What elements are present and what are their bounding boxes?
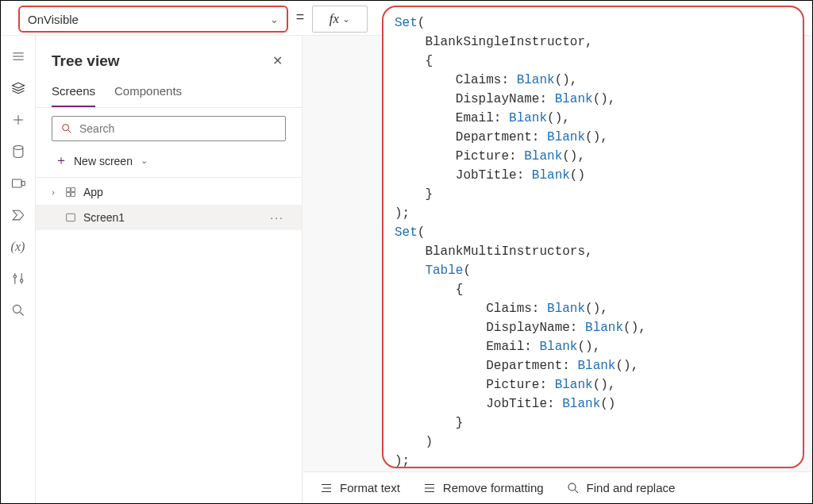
variable-icon: (x) [11, 240, 25, 254]
remove-formatting-label: Remove formatting [443, 481, 544, 494]
tree-view-panel: Tree view ✕ Screens Components ＋ New scr… [36, 36, 302, 503]
svg-point-5 [13, 146, 23, 150]
tree-item-label: App [83, 186, 103, 198]
property-selector[interactable]: OnVisible ⌄ [18, 6, 288, 33]
svg-point-12 [13, 305, 21, 313]
svg-rect-7 [21, 182, 25, 186]
svg-rect-18 [67, 193, 71, 197]
search-icon [566, 481, 580, 495]
find-replace-label: Find and replace [587, 481, 676, 494]
app-icon [64, 186, 77, 198]
media-button[interactable] [2, 169, 34, 198]
formula-code[interactable]: Set( BlankSingleInstructor, { Claims: Bl… [395, 13, 787, 468]
new-screen-button[interactable]: ＋ New screen ⌄ [36, 144, 302, 178]
close-icon[interactable]: ✕ [269, 50, 286, 71]
left-rail: (x) [1, 36, 36, 503]
new-screen-label: New screen [74, 155, 133, 167]
formula-bottom-bar: Format text Remove formatting Find and r… [303, 471, 812, 503]
tree-tabs: Screens Components [36, 78, 302, 108]
formula-editor[interactable]: Set( BlankSingleInstructor, { Claims: Bl… [382, 6, 804, 468]
insert-button[interactable] [2, 106, 34, 134]
svg-line-13 [20, 313, 23, 316]
equals-sign: = [288, 1, 312, 25]
tab-screens[interactable]: Screens [52, 78, 95, 107]
svg-point-9 [13, 275, 16, 278]
svg-point-14 [63, 125, 69, 131]
svg-rect-19 [71, 193, 75, 197]
tree-search[interactable] [52, 116, 286, 141]
svg-rect-20 [67, 214, 75, 221]
hamburger-button[interactable] [2, 42, 34, 71]
more-icon[interactable]: ··· [270, 211, 289, 224]
tree-item-screen1[interactable]: Screen1 ··· [36, 205, 302, 230]
tab-components[interactable]: Components [114, 78, 182, 107]
svg-point-11 [20, 279, 22, 282]
svg-rect-17 [71, 188, 75, 192]
property-selector-value: OnVisible [28, 13, 79, 26]
find-replace-button[interactable]: Find and replace [566, 481, 676, 495]
svg-point-27 [568, 483, 576, 491]
tree-title: Tree view [52, 52, 120, 70]
search-input[interactable] [79, 122, 277, 135]
search-icon [60, 122, 73, 135]
variables-button[interactable]: (x) [2, 233, 34, 261]
fx-label: fx [329, 11, 339, 27]
chevron-right-icon: › [48, 187, 58, 197]
chevron-down-icon: ⌄ [270, 13, 279, 25]
data-button[interactable] [2, 137, 34, 166]
remove-format-icon [422, 481, 437, 495]
format-text-button[interactable]: Format text [319, 481, 400, 495]
tree-item-app[interactable]: › App [36, 179, 302, 205]
tree-header: Tree view ✕ [36, 36, 302, 78]
format-icon [319, 481, 333, 495]
tree-item-label: Screen1 [83, 211, 125, 224]
power-automate-button[interactable] [2, 201, 34, 229]
tree-items: › App Screen1 ··· [36, 178, 302, 230]
chevron-down-icon: ⌄ [141, 156, 148, 166]
tree-view-button[interactable] [2, 74, 34, 102]
plus-icon: ＋ [55, 152, 67, 169]
advanced-tools-button[interactable] [2, 264, 34, 293]
svg-rect-6 [12, 179, 21, 187]
screen-icon [64, 211, 77, 224]
fx-button[interactable]: fx ⌄ [312, 6, 368, 33]
svg-line-28 [575, 490, 578, 493]
search-rail-button[interactable] [2, 296, 34, 325]
svg-line-15 [68, 130, 71, 133]
format-text-label: Format text [340, 481, 400, 494]
remove-formatting-button[interactable]: Remove formatting [422, 481, 544, 495]
svg-rect-16 [67, 188, 71, 192]
chevron-down-icon: ⌄ [342, 13, 350, 25]
